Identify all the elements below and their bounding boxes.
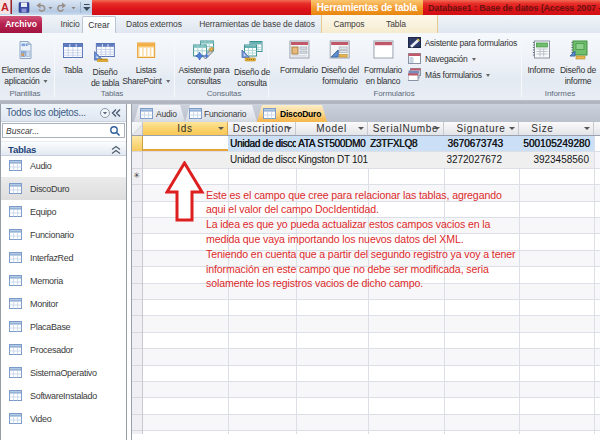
svg-text:A: A — [1, 1, 9, 13]
